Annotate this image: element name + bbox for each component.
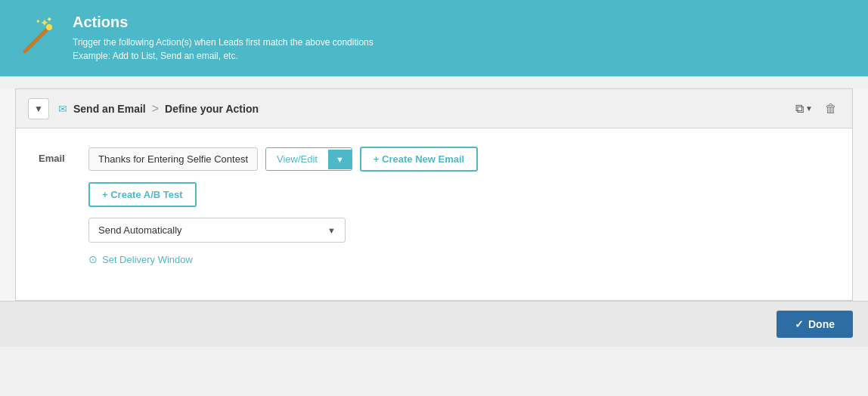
email-label: Email <box>39 147 76 164</box>
send-dropdown-wrapper: Send Automatically ▼ <box>88 218 478 243</box>
copy-button[interactable]: ⧉ ▼ <box>792 99 816 119</box>
email-form-row: Email Thanks for Entering Selfie Contest… <box>39 147 829 265</box>
send-dropdown-caret-icon: ▼ <box>327 226 336 235</box>
action-header-left: ▼ ✉ Send an Email > Define your Action <box>28 98 259 119</box>
view-edit-group: View/Edit ▼ <box>265 147 352 171</box>
delete-button[interactable]: 🗑 <box>822 99 840 119</box>
action-header-right: ⧉ ▼ 🗑 <box>792 99 840 119</box>
done-check-icon: ✓ <box>795 318 804 330</box>
actions-desc-line2: Example: Add to List, Send an email, etc… <box>73 49 374 63</box>
email-name-display: Thanks for Entering Selfie Contest <box>88 147 258 171</box>
actions-desc-line1: Trigger the following Action(s) when Lea… <box>73 36 374 49</box>
svg-text:✦: ✦ <box>46 17 52 23</box>
main-content: ▼ ✉ Send an Email > Define your Action ⧉… <box>0 88 868 301</box>
view-edit-caret-icon: ▼ <box>336 155 344 164</box>
clock-icon: ⊙ <box>88 253 98 265</box>
delivery-window-label: Set Delivery Window <box>102 254 193 265</box>
copy-icon: ⧉ <box>795 102 804 116</box>
collapse-button[interactable]: ▼ <box>28 98 49 119</box>
email-form-controls: Thanks for Entering Selfie Contest View/… <box>88 147 478 265</box>
breadcrumb-separator: > <box>152 102 159 116</box>
copy-caret-icon: ▼ <box>805 104 813 113</box>
done-button[interactable]: ✓ Done <box>777 311 853 338</box>
set-delivery-window-link[interactable]: ⊙ Set Delivery Window <box>88 253 478 265</box>
email-selection-row: Thanks for Entering Selfie Contest View/… <box>88 147 478 172</box>
breadcrumb-step1: Send an Email <box>73 103 146 115</box>
email-breadcrumb-icon: ✉ <box>58 103 67 115</box>
action-header: ▼ ✉ Send an Email > Define your Action ⧉… <box>16 89 852 128</box>
view-edit-dropdown-button[interactable]: ▼ <box>328 150 352 169</box>
action-block: ▼ ✉ Send an Email > Define your Action ⧉… <box>15 88 853 301</box>
footer: ✓ Done <box>0 301 868 347</box>
actions-header: ✦ ✦ ✦ Actions Trigger the following Acti… <box>0 0 868 76</box>
send-dropdown-label: Send Automatically <box>98 224 182 236</box>
create-new-email-button[interactable]: + Create New Email <box>360 147 478 172</box>
create-ab-test-button[interactable]: + Create A/B Test <box>88 182 197 207</box>
breadcrumb-step2: Define your Action <box>165 103 259 115</box>
send-automatically-dropdown[interactable]: Send Automatically ▼ <box>88 218 346 243</box>
trash-icon: 🗑 <box>825 102 837 115</box>
svg-text:✦: ✦ <box>36 18 41 25</box>
wand-icon: ✦ ✦ ✦ <box>15 16 60 61</box>
view-edit-button[interactable]: View/Edit <box>266 148 328 170</box>
breadcrumb: ✉ Send an Email > Define your Action <box>58 102 259 116</box>
actions-description: Actions Trigger the following Action(s) … <box>73 14 374 63</box>
chevron-icon: ▼ <box>34 104 43 114</box>
svg-line-0 <box>25 29 48 51</box>
actions-title: Actions <box>73 14 374 31</box>
done-label: Done <box>808 318 835 330</box>
action-body: Email Thanks for Entering Selfie Contest… <box>16 128 852 300</box>
